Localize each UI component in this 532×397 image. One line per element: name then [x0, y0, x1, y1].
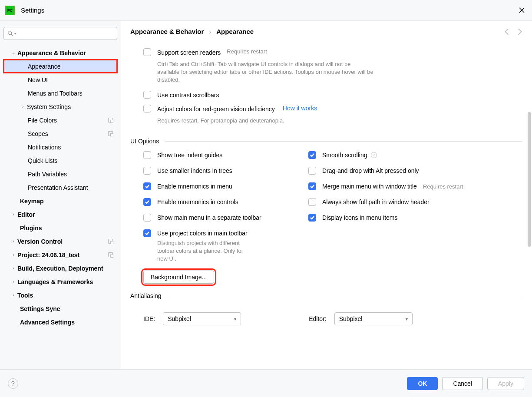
- antialiasing-header: Antialiasing: [130, 292, 522, 299]
- sidebar-item-label: Scopes: [28, 130, 108, 137]
- forward-icon[interactable]: [515, 28, 523, 36]
- sidebar-item[interactable]: ›Build, Execution, Deployment: [3, 261, 117, 275]
- support-readers-desc: Ctrl+Tab and Ctrl+Shift+Tab will navigat…: [130, 60, 373, 88]
- sidebar-item[interactable]: File Colors: [3, 113, 117, 127]
- chevron-right-icon: ›: [10, 266, 17, 271]
- dnd-alt-checkbox[interactable]: [308, 167, 316, 175]
- search-input[interactable]: ▾: [3, 27, 117, 40]
- chevron-down-icon: ▾: [406, 317, 408, 321]
- footer: ? OK Cancel Apply: [0, 369, 532, 397]
- icons-menu-label: Display icons in menu items: [322, 213, 398, 222]
- sidebar-item[interactable]: ⌄Appearance & Behavior: [3, 46, 117, 60]
- help-button[interactable]: ?: [8, 378, 18, 389]
- scrollbar[interactable]: [527, 21, 532, 281]
- project-colors-checkbox[interactable]: [143, 229, 151, 237]
- contrast-scrollbars-checkbox[interactable]: [143, 91, 151, 99]
- sidebar-item[interactable]: ›Editor: [3, 208, 117, 221]
- ide-aa-value: Subpixel: [168, 315, 191, 322]
- sidebar-item-label: Tools: [17, 292, 117, 299]
- content: Appearance & Behavior › Appearance Suppo…: [121, 21, 532, 369]
- background-image-button[interactable]: Background Image...: [143, 271, 214, 284]
- sidebar-item[interactable]: Presentation Assistant: [3, 181, 117, 194]
- sidebar-item[interactable]: ›Tools: [3, 288, 117, 302]
- smaller-indents-label: Use smaller indents in trees: [157, 166, 232, 175]
- sidebar-item-label: Presentation Assistant: [28, 184, 117, 191]
- cancel-button[interactable]: Cancel: [442, 377, 483, 390]
- support-readers-checkbox[interactable]: [143, 48, 151, 56]
- sidebar: ▾ ⌄Appearance & BehaviorAppearanceNew UI…: [0, 21, 121, 369]
- ui-options-header: UI Options: [130, 138, 522, 145]
- sidebar-item[interactable]: Keymap: [3, 194, 117, 208]
- merge-menu-hint: Requires restart: [423, 183, 463, 190]
- chevron-right-icon: ›: [209, 28, 211, 35]
- chevron-right-icon: ›: [10, 212, 17, 217]
- sidebar-item[interactable]: New UI: [3, 73, 117, 86]
- full-path-checkbox[interactable]: [308, 198, 316, 206]
- support-readers-label: Support screen readers: [157, 48, 221, 57]
- tree-guides-checkbox[interactable]: [143, 151, 151, 159]
- merge-menu-label: Merge main menu with window title: [322, 182, 417, 191]
- sidebar-item-label: Quick Lists: [28, 157, 117, 164]
- module-badge-icon: [108, 252, 113, 257]
- module-badge-icon: [108, 239, 113, 244]
- icons-menu-checkbox[interactable]: [308, 214, 316, 222]
- smaller-indents-checkbox[interactable]: [143, 167, 151, 175]
- sidebar-item[interactable]: Plugins: [3, 221, 117, 235]
- ok-button[interactable]: OK: [407, 377, 438, 390]
- sidebar-item[interactable]: Path Variables: [3, 167, 117, 181]
- back-icon[interactable]: [503, 28, 511, 36]
- editor-aa-label: Editor:: [309, 315, 326, 322]
- mnemonics-controls-checkbox[interactable]: [143, 198, 151, 206]
- color-deficiency-desc: Requires restart. For protanopia and deu…: [130, 116, 373, 129]
- sidebar-item[interactable]: Settings Sync: [3, 302, 117, 315]
- merge-menu-checkbox[interactable]: [308, 182, 316, 190]
- sidebar-item-label: Plugins: [20, 225, 117, 232]
- editor-aa-select[interactable]: Subpixel ▾: [334, 312, 413, 325]
- chevron-right-icon: ›: [10, 239, 17, 244]
- chevron-right-icon: ›: [10, 279, 17, 284]
- dnd-alt-label: Drag-and-drop with Alt pressed only: [322, 166, 419, 175]
- sidebar-item-label: Menus and Toolbars: [28, 90, 117, 97]
- info-icon[interactable]: ?: [371, 152, 377, 158]
- color-deficiency-checkbox[interactable]: [143, 105, 151, 112]
- close-icon[interactable]: [516, 5, 527, 16]
- smooth-scrolling-label: Smooth scrolling: [322, 151, 367, 159]
- ide-aa-select[interactable]: Subpixel ▾: [163, 312, 241, 325]
- sidebar-item[interactable]: Appearance: [3, 60, 117, 73]
- divider: [165, 141, 522, 142]
- sidebar-item[interactable]: Quick Lists: [3, 154, 117, 167]
- apply-button[interactable]: Apply: [487, 377, 524, 390]
- chevron-right-icon: ›: [10, 293, 17, 298]
- project-colors-label: Use project colors in main toolbar: [157, 229, 248, 238]
- support-readers-hint: Requires restart: [227, 48, 267, 55]
- module-badge-icon: [108, 118, 113, 122]
- contrast-scrollbars-label: Use contrast scrollbars: [157, 91, 219, 99]
- sidebar-item[interactable]: Scopes: [3, 127, 117, 140]
- divider: [168, 296, 522, 296]
- how-it-works-link[interactable]: How it works: [283, 105, 317, 112]
- color-deficiency-label: Adjust colors for red-green vision defic…: [157, 105, 275, 113]
- main-menu-toolbar-checkbox[interactable]: [143, 214, 151, 222]
- sidebar-item-label: Path Variables: [28, 171, 117, 178]
- settings-tree: ⌄Appearance & BehaviorAppearanceNew UIMe…: [3, 46, 117, 329]
- window-title: Settings: [21, 7, 44, 14]
- antialiasing-title: Antialiasing: [130, 292, 162, 299]
- scrollbar-thumb[interactable]: [528, 112, 531, 247]
- chevron-down-icon: ▾: [234, 317, 236, 321]
- chevron-down-icon: ▾: [14, 32, 16, 36]
- sidebar-item-label: Keymap: [20, 198, 117, 205]
- sidebar-item[interactable]: ›Version Control: [3, 235, 117, 248]
- chevron-right-icon: ›: [10, 252, 17, 257]
- sidebar-item[interactable]: Notifications: [3, 140, 117, 154]
- smooth-scrolling-checkbox[interactable]: [308, 151, 316, 159]
- sidebar-item[interactable]: ›Project: 24.06.18_test: [3, 248, 117, 261]
- sidebar-item-label: Languages & Frameworks: [17, 278, 117, 285]
- sidebar-item-label: Build, Execution, Deployment: [17, 265, 117, 272]
- sidebar-item[interactable]: ›System Settings: [3, 100, 117, 113]
- sidebar-item[interactable]: Menus and Toolbars: [3, 86, 117, 100]
- sidebar-item[interactable]: Advanced Settings: [3, 315, 117, 329]
- mnemonics-menu-checkbox[interactable]: [143, 182, 151, 190]
- sidebar-item-label: Notifications: [28, 144, 117, 151]
- sidebar-item[interactable]: ›Languages & Frameworks: [3, 275, 117, 288]
- main-menu-toolbar-label: Show main menu in a separate toolbar: [157, 213, 261, 222]
